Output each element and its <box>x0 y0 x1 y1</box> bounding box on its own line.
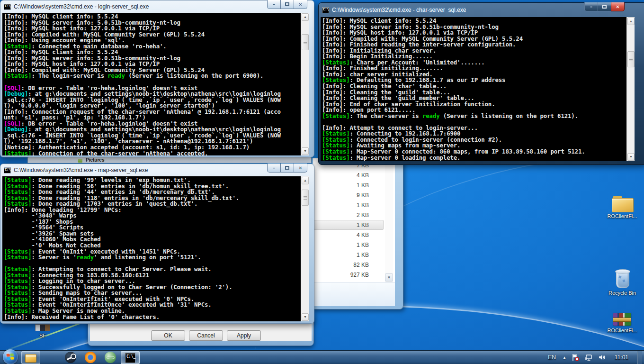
apply-button[interactable]: Apply <box>227 330 261 341</box>
folder-icon <box>612 196 633 211</box>
file-size-cell[interactable]: 1 KB <box>313 250 384 260</box>
system-tray: EN ▲ <box>546 351 644 364</box>
file-size-cell[interactable]: 1 KB <box>313 220 384 230</box>
icon-label: Recycle Bin <box>600 290 644 296</box>
minimize-button[interactable]: – <box>267 164 281 173</box>
cancel-button[interactable]: Cancel <box>189 330 223 341</box>
sf-app-icon <box>35 324 50 331</box>
console-output: [Info]: MySQL client info: 5.5.24[Info]:… <box>2 13 301 155</box>
explorer-scrollbar[interactable]: ▼ <box>385 158 393 282</box>
media-player-taskbar-button[interactable] <box>41 351 60 364</box>
caption-buttons: – ✕ <box>268 0 307 9</box>
explorer-icon <box>25 354 36 363</box>
network-icon[interactable] <box>584 353 593 362</box>
recycle-icon <box>615 269 629 288</box>
window-title: C:\Windows\system32\cmd.exe - map-server… <box>14 167 148 173</box>
steam-taskbar-button[interactable] <box>61 351 80 364</box>
maximize-button[interactable] <box>280 164 294 173</box>
console-line: [Status]: Server is 'ready' and listenin… <box>4 255 301 261</box>
scroll-up-icon[interactable]: ▲ <box>302 177 309 184</box>
file-list: 7 KB4 KB1 KB9 KB1 KB2 KB1 KB4 KB1 KB1 KB… <box>313 158 395 282</box>
minimize-button[interactable]: – <box>584 2 598 11</box>
file-size-cell[interactable]: 1 KB <box>313 240 384 250</box>
file-size-cell[interactable]: 4 KB <box>313 170 384 180</box>
maximize-button[interactable] <box>280 0 294 9</box>
media-player-icon <box>45 352 56 363</box>
maximize-button[interactable] <box>598 2 611 11</box>
login-server-console-window[interactable]: C:\Windows\system32\cmd.exe - login-serv… <box>0 0 314 157</box>
scrollbar-thumb[interactable] <box>302 190 309 206</box>
scroll-down-icon[interactable]: ▼ <box>385 273 393 282</box>
start-button[interactable] <box>3 349 18 364</box>
clock[interactable]: 11:01 <box>611 354 632 361</box>
patcher-taskbar-button[interactable] <box>101 351 120 364</box>
file-size-cell[interactable]: 927 KB <box>313 270 384 280</box>
scroll-down-icon[interactable]: ▼ <box>302 147 309 155</box>
firefox-taskbar-button[interactable] <box>81 351 100 364</box>
icon-label: ROClientFi... <box>600 328 644 334</box>
background-pictures-window[interactable]: Pictures <box>27 157 312 163</box>
pictures-folder-icon <box>78 159 82 163</box>
cmd-icon <box>4 4 11 10</box>
hidden-icons-arrow-icon[interactable]: ▲ <box>563 355 566 360</box>
explorer-window-fragment[interactable]: 7 KB4 KB1 KB9 KB1 KB2 KB1 KB4 KB1 KB1 KB… <box>313 158 403 309</box>
icon-label: ROClientFi... <box>600 213 644 219</box>
scroll-down-icon[interactable]: ▼ <box>302 313 309 321</box>
console-output: [Info]: MySQL client info: 5.5.24[Info]:… <box>321 17 626 161</box>
firefox-icon <box>85 352 96 363</box>
console-line: [Status]: Connection of the char-server … <box>4 151 301 155</box>
map-server-console-window[interactable]: C:\Windows\system32\cmd.exe - map-server… <box>0 164 314 324</box>
ok-button[interactable]: OK <box>151 330 185 341</box>
scroll-up-icon[interactable]: ▲ <box>302 13 309 21</box>
caption-buttons: – ✕ <box>585 2 625 11</box>
file-size-cell[interactable]: 4 KB <box>313 230 384 240</box>
console-line: [Info]: Received Fame List of '0' charac… <box>4 314 301 320</box>
close-button[interactable]: ✕ <box>294 164 307 173</box>
close-button[interactable]: ✕ <box>294 0 307 9</box>
action-center-flag-icon[interactable] <box>571 353 580 362</box>
console-line: [Status]: The char-server is ready (Serv… <box>322 113 626 119</box>
taskbar-buttons <box>21 351 140 364</box>
desktop: ROClientFi...Recycle BinROClientFi... SF… <box>0 0 644 364</box>
file-size-cell[interactable]: 82 KB <box>313 260 384 270</box>
volume-icon[interactable] <box>598 353 606 362</box>
file-size-cell[interactable]: 2 KB <box>313 210 384 220</box>
close-button[interactable]: ✕ <box>611 2 625 11</box>
file-size-column: 7 KB4 KB1 KB9 KB1 KB2 KB1 KB4 KB1 KB1 KB… <box>313 160 384 280</box>
cmd-taskbar-button[interactable] <box>121 351 140 364</box>
console-line: [Status]: The login-server is ready (Ser… <box>4 73 301 79</box>
char-server-console-window[interactable]: C:\Windows\system32\cmd.exe - char-serve… <box>318 2 644 165</box>
explorer-details-pane <box>313 282 395 306</box>
cmd-icon <box>125 353 135 363</box>
console-scrollbar[interactable]: ▲ ▼ <box>301 176 309 321</box>
scroll-down-icon[interactable]: ▼ <box>627 153 635 161</box>
console-scrollbar[interactable]: ▲ ▼ <box>301 13 309 155</box>
scrollbar-thumb[interactable] <box>302 34 309 50</box>
winrar-icon <box>613 313 631 326</box>
scroll-up-icon[interactable]: ▲ <box>627 18 635 25</box>
show-desktop-button[interactable] <box>637 351 642 364</box>
file-size-cell[interactable]: 1 KB <box>313 180 384 190</box>
cmd-icon <box>322 7 329 13</box>
windows-flag-icon <box>7 353 15 360</box>
window-title: C:\Windows\system32\cmd.exe - char-serve… <box>332 7 466 13</box>
language-indicator[interactable]: EN <box>546 354 558 361</box>
scrollbar-thumb[interactable] <box>627 51 635 67</box>
file-size-cell[interactable]: 1 KB <box>313 200 384 210</box>
desktop-icon-roclient-rar[interactable]: ROClientFi... <box>600 313 644 334</box>
file-size-cell[interactable]: 9 KB <box>313 190 384 200</box>
desktop-icon-recycle-bin[interactable]: Recycle Bin <box>600 269 644 296</box>
taskbar: EN ▲ <box>0 350 644 364</box>
console-output: [Status]: Done reading '99' levels in 'e… <box>2 176 301 321</box>
window-title: C:\Windows\system32\cmd.exe - login-serv… <box>14 3 149 10</box>
console-scrollbar[interactable]: ▲ ▼ <box>626 17 635 161</box>
caption-buttons: – ✕ <box>268 164 307 173</box>
desktop-icon-roclient-folder[interactable]: ROClientFi... <box>600 196 644 219</box>
minimize-button[interactable]: – <box>267 0 281 9</box>
explorer-taskbar-button[interactable] <box>21 351 40 364</box>
steam-icon <box>65 352 76 363</box>
icon-label: SF <box>27 333 58 339</box>
cmd-icon <box>4 167 11 173</box>
pictures-label: Pictures <box>86 157 104 163</box>
desktop-icon-sf[interactable]: SF <box>27 324 58 339</box>
